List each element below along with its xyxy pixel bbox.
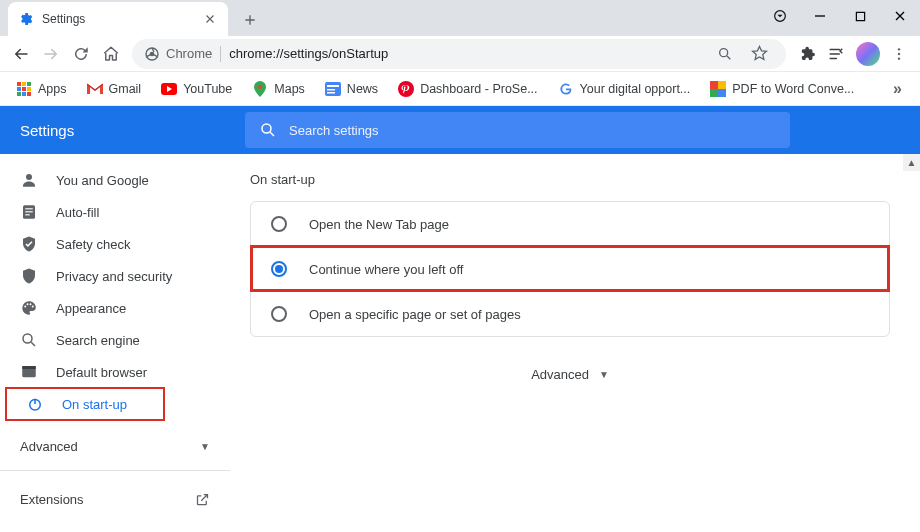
bookmark-news[interactable]: News [317,77,386,101]
youtube-icon [161,81,177,97]
radio-button[interactable] [271,216,287,232]
bookmark-label: YouTube [183,82,232,96]
account-indicator-icon[interactable] [760,0,800,32]
profile-avatar[interactable] [856,42,880,66]
browser-title-bar: Settings [0,0,920,36]
svg-rect-22 [327,89,335,91]
svg-rect-11 [27,82,31,86]
svg-point-4 [150,51,155,56]
bookmark-pdf[interactable]: PDF to Word Conve... [702,77,862,101]
sidebar-item-label: You and Google [56,173,149,188]
bookmark-apps[interactable]: Apps [8,77,75,101]
advanced-label: Advanced [531,367,589,382]
svg-point-6 [898,48,900,50]
svg-point-24 [398,81,414,97]
settings-main-panel: On start-up Open the New Tab page Contin… [230,154,920,532]
forward-button[interactable] [36,39,66,69]
radio-button[interactable] [271,261,287,277]
option-continue-where-left-off[interactable]: Continue where you left off [251,246,889,291]
sidebar-divider [0,470,230,471]
power-icon [26,395,44,413]
reading-list-icon[interactable] [822,39,852,69]
svg-rect-2 [856,12,864,20]
sidebar-item-privacy-security[interactable]: Privacy and security [0,260,230,292]
bookmark-label: Dashboard - ProSe... [420,82,537,96]
sidebar-item-appearance[interactable]: Appearance [0,292,230,324]
bookmark-digital[interactable]: Your digital opport... [550,77,699,101]
home-button[interactable] [96,39,126,69]
bookmark-dashboard[interactable]: Dashboard - ProSe... [390,77,545,101]
bookmark-label: Apps [38,82,67,96]
bookmark-youtube[interactable]: YouTube [153,77,240,101]
chrome-menu-button[interactable] [884,39,914,69]
chevron-down-icon: ▼ [599,369,609,380]
svg-point-8 [898,57,900,59]
advanced-toggle[interactable]: Advanced ▼ [250,367,890,382]
sidebar-item-safety-check[interactable]: Safety check [0,228,230,260]
sidebar-item-autofill[interactable]: Auto-fill [0,196,230,228]
bookmark-maps[interactable]: Maps [244,77,313,101]
bookmark-gmail[interactable]: Gmail [79,77,150,101]
back-button[interactable] [6,39,36,69]
svg-rect-15 [17,92,21,96]
autofill-icon [20,203,38,221]
browser-toolbar: Chrome chrome://settings/onStartup [0,36,920,72]
shield-icon [20,267,38,285]
scrollbar-up-button[interactable]: ▲ [903,154,920,171]
svg-rect-23 [327,92,335,94]
svg-rect-9 [17,82,21,86]
sidebar-advanced-toggle[interactable]: Advanced ▼ [0,430,230,462]
svg-rect-21 [327,85,339,87]
sidebar-item-label: Search engine [56,333,140,348]
radio-button[interactable] [271,306,287,322]
site-info[interactable]: Chrome [144,46,221,62]
bookmarks-bar: Apps Gmail YouTube Maps News Dashboard -… [0,72,920,106]
browser-icon [20,363,38,381]
bookmarks-overflow-button[interactable]: » [883,76,912,102]
svg-rect-10 [22,82,26,86]
settings-search-input[interactable] [289,123,776,138]
window-minimize-button[interactable] [800,0,840,32]
pdf-icon [710,81,726,97]
sidebar-extensions-link[interactable]: Extensions [0,479,230,519]
window-maximize-button[interactable] [840,0,880,32]
bookmark-star-icon[interactable] [744,39,774,69]
svg-rect-32 [25,208,33,209]
svg-point-38 [32,306,34,308]
tab-close-button[interactable] [202,11,218,27]
zoom-icon[interactable] [710,39,740,69]
sidebar-item-default-browser[interactable]: Default browser [0,356,230,388]
window-close-button[interactable] [880,0,920,32]
tab-title: Settings [42,12,202,26]
search-icon [20,331,38,349]
svg-rect-12 [17,87,21,91]
section-heading: On start-up [250,172,890,187]
sidebar-item-on-startup[interactable]: On start-up [6,388,164,420]
svg-point-19 [258,85,262,89]
bookmark-label: Maps [274,82,305,96]
sidebar-item-you-and-google[interactable]: You and Google [0,164,230,196]
search-icon [259,121,277,139]
sidebar-item-search-engine[interactable]: Search engine [0,324,230,356]
reload-button[interactable] [66,39,96,69]
sidebar-item-label: Appearance [56,301,126,316]
option-open-specific-pages[interactable]: Open a specific page or set of pages [251,291,889,336]
address-bar[interactable]: Chrome chrome://settings/onStartup [132,39,786,69]
new-tab-button[interactable] [236,6,264,34]
settings-sidebar: You and Google Auto-fill Safety check Pr… [0,154,230,532]
svg-rect-26 [718,81,726,89]
svg-rect-27 [710,89,718,97]
startup-options-card: Open the New Tab page Continue where you… [250,201,890,337]
palette-icon [20,299,38,317]
sidebar-item-label: Auto-fill [56,205,99,220]
sidebar-item-label: Default browser [56,365,147,380]
chevron-down-icon: ▼ [200,441,210,452]
extensions-puzzle-icon[interactable] [792,39,822,69]
svg-rect-16 [22,92,26,96]
svg-rect-34 [25,214,30,215]
settings-search-box[interactable] [245,112,790,148]
browser-tab[interactable]: Settings [8,2,228,36]
sidebar-about-chrome[interactable]: About Chrome [0,519,230,532]
bookmark-label: Your digital opport... [580,82,691,96]
option-new-tab-page[interactable]: Open the New Tab page [251,202,889,246]
